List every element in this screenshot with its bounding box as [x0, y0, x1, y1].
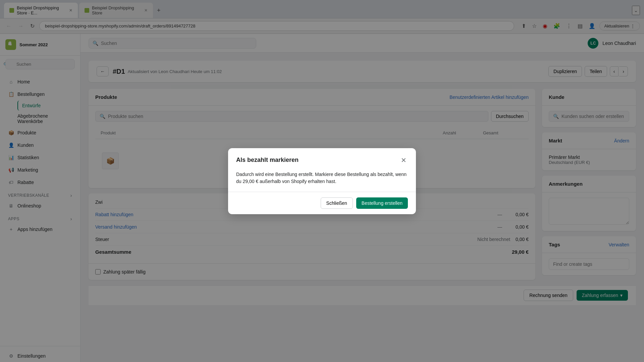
- modal-footer: Schließen Bestellung erstellen: [228, 192, 416, 214]
- modal: Als bezahlt markieren ✕ Dadurch wird ein…: [228, 148, 416, 214]
- modal-close-button[interactable]: ✕: [399, 155, 408, 166]
- modal-body: Dadurch wird eine Bestellung erstellt. M…: [228, 171, 416, 192]
- modal-header: Als bezahlt markieren ✕: [228, 148, 416, 171]
- modal-schliessen-button[interactable]: Schließen: [321, 197, 353, 209]
- modal-body-text: Dadurch wird eine Bestellung erstellt. M…: [236, 171, 408, 185]
- modal-create-order-button[interactable]: Bestellung erstellen: [356, 197, 408, 209]
- modal-overlay: Als bezahlt markieren ✕ Dadurch wird ein…: [0, 0, 644, 362]
- modal-title: Als bezahlt markieren: [236, 157, 299, 164]
